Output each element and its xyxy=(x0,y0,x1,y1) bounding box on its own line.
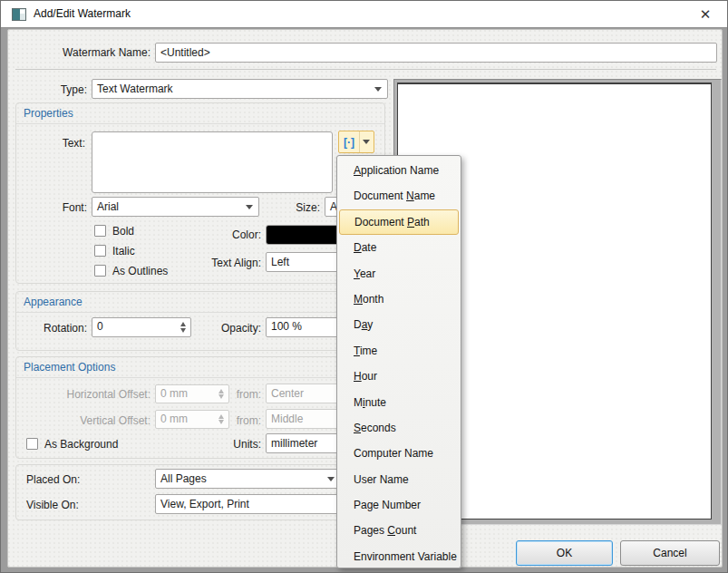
as-outlines-label: As Outlines xyxy=(112,265,168,277)
vertical-from-select: Middle xyxy=(266,409,344,429)
rotation-stepper[interactable]: 0 xyxy=(92,317,191,337)
spin-up-icon xyxy=(218,389,224,393)
menu-item-application-name[interactable]: Application Name xyxy=(337,158,461,183)
italic-checkbox[interactable] xyxy=(94,245,106,257)
color-label: Color: xyxy=(198,228,261,241)
vertical-offset-label: Vertical Offset: xyxy=(19,414,150,427)
macro-bracket-icon: [·] xyxy=(339,136,359,149)
cancel-button[interactable]: Cancel xyxy=(620,540,720,566)
type-select[interactable]: Text Watermark xyxy=(92,79,388,99)
horizontal-offset-value: 0 mm xyxy=(160,387,188,400)
vertical-offset-stepper: 0 mm xyxy=(155,410,229,429)
menu-item-time[interactable]: Time xyxy=(337,338,461,364)
horizontal-from-value: Center xyxy=(271,387,304,400)
placed-on-value: All Pages xyxy=(160,472,207,485)
insert-macro-button[interactable]: [·] xyxy=(338,131,374,153)
opacity-label: Opacity: xyxy=(198,322,261,335)
properties-caption: Properties xyxy=(16,103,384,124)
menu-item-month[interactable]: Month xyxy=(337,286,461,312)
vertical-offset-value: 0 mm xyxy=(160,413,188,425)
menu-item-page-number[interactable]: Page Number xyxy=(337,492,461,518)
macro-menu: Application NameDocument NameDocument Pa… xyxy=(336,155,461,568)
spin-down-icon xyxy=(218,420,224,424)
as-background-checkbox[interactable] xyxy=(26,438,38,450)
color-swatch-fill xyxy=(267,226,343,244)
as-outlines-checkbox[interactable] xyxy=(94,265,106,277)
title-bar: Add/Edit Watermark ✕ xyxy=(1,1,728,28)
chevron-down-icon xyxy=(374,87,382,92)
menu-item-document-path[interactable]: Document Path xyxy=(339,209,459,235)
size-label: Size: xyxy=(273,201,320,214)
app-window-icon xyxy=(12,8,26,21)
menu-item-minute[interactable]: Minute xyxy=(337,390,461,415)
menu-item-day[interactable]: Day xyxy=(337,312,461,337)
menu-item-document-name[interactable]: Document Name xyxy=(337,183,461,209)
type-value: Text Watermark xyxy=(97,83,173,95)
horizontal-from-select: Center xyxy=(266,384,344,403)
spin-down-icon xyxy=(218,394,224,399)
spin-down-icon[interactable] xyxy=(180,328,186,333)
vertical-from-label: from: xyxy=(225,414,261,427)
ok-button[interactable]: OK xyxy=(516,540,613,566)
chevron-down-icon xyxy=(363,140,370,144)
vertical-from-value: Middle xyxy=(271,413,303,425)
horizontal-offset-stepper: 0 mm xyxy=(155,384,229,403)
text-align-label: Text Align: xyxy=(189,257,261,269)
bold-label: Bold xyxy=(112,225,134,238)
close-icon[interactable]: ✕ xyxy=(687,3,723,26)
menu-item-hour[interactable]: Hour xyxy=(337,364,461,389)
placed-on-label: Placed On: xyxy=(26,473,80,486)
spin-up-icon[interactable] xyxy=(180,322,186,326)
bold-checkbox[interactable] xyxy=(94,225,106,237)
macro-dropdown-arrow[interactable] xyxy=(359,131,373,152)
text-align-value: Left xyxy=(271,256,289,268)
visible-on-label: Visible On: xyxy=(26,499,79,511)
font-value: Arial xyxy=(97,200,119,213)
watermark-name-label: Watermark Name: xyxy=(19,46,150,59)
menu-item-pages-count[interactable]: Pages Count xyxy=(337,518,461,543)
watermark-name-input[interactable]: <Untitled> xyxy=(155,43,717,63)
units-label: Units: xyxy=(207,438,261,451)
menu-item-date[interactable]: Date xyxy=(337,235,461,260)
color-swatch[interactable] xyxy=(266,225,344,245)
font-select[interactable]: Arial xyxy=(92,197,259,217)
menu-item-seconds[interactable]: Seconds xyxy=(337,415,461,441)
font-label: Font: xyxy=(37,201,87,214)
menu-item-environment-variable[interactable]: Environment Variable xyxy=(337,544,461,569)
chevron-down-icon xyxy=(246,205,253,209)
menu-item-user-name[interactable]: User Name xyxy=(337,467,461,492)
chevron-down-icon xyxy=(327,477,335,481)
as-background-label: As Background xyxy=(44,438,118,451)
add-edit-watermark-dialog: Add/Edit Watermark ✕ Watermark Name: <Un… xyxy=(0,0,728,573)
rotation-value: 0 xyxy=(97,320,103,333)
dialog-title: Add/Edit Watermark xyxy=(34,7,131,20)
opacity-value: 100 % xyxy=(271,320,302,333)
text-input[interactable] xyxy=(92,131,333,193)
horizontal-from-label: from: xyxy=(225,388,261,401)
rotation-label: Rotation: xyxy=(19,322,87,335)
placement-options-caption: Placement Options xyxy=(16,357,384,378)
menu-item-computer-name[interactable]: Computer Name xyxy=(337,441,461,466)
header-separator xyxy=(15,69,716,70)
text-label: Text: xyxy=(28,137,85,150)
placed-on-select[interactable]: All Pages xyxy=(155,469,341,489)
italic-label: Italic xyxy=(112,245,135,257)
units-value: millimeter xyxy=(271,437,317,450)
menu-item-year[interactable]: Year xyxy=(337,261,461,286)
horizontal-offset-label: Horizontal Offset: xyxy=(19,388,150,401)
type-label: Type: xyxy=(19,83,87,96)
spin-up-icon xyxy=(218,414,224,419)
appearance-caption: Appearance xyxy=(16,292,384,313)
